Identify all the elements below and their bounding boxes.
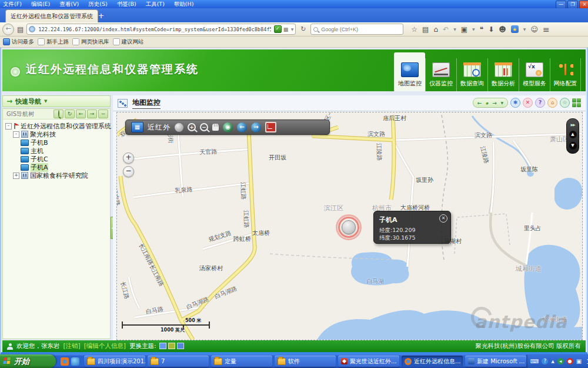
menubar-item-3[interactable]: 历史(S) [88, 1, 107, 8]
bookmark-folder-icon[interactable]: ▤ [17, 25, 24, 34]
back-button[interactable]: ← [2, 24, 14, 35]
bookmarks-menu-icon[interactable]: ▤ [422, 25, 429, 34]
new-tab-button[interactable]: + [96, 11, 106, 21]
undo-caret-icon[interactable]: ▼ [453, 25, 456, 34]
logout-link[interactable]: [注销] [64, 342, 81, 350]
system-icon[interactable]: ▦ [131, 122, 143, 132]
url-input[interactable] [37, 26, 272, 33]
tree-search-button[interactable] [54, 110, 64, 118]
start-button[interactable]: 开始 [0, 354, 56, 368]
network-tray-icon[interactable]: ▣ [576, 358, 582, 364]
taskbar-task-7[interactable]: 7 [148, 356, 209, 367]
tree-item-主机[interactable]: 主机 [4, 147, 109, 155]
url-bar[interactable]: ✓ ▩ ▼ [26, 24, 296, 35]
nav-button-数据查询[interactable]: 数据查询 [456, 58, 487, 91]
search-input[interactable] [320, 26, 400, 33]
page-tools-icon[interactable]: ▩ [283, 26, 289, 32]
antivirus-tray-icon[interactable]: ● [567, 358, 573, 364]
close-button[interactable]: × [579, 1, 588, 9]
menubar-item-6[interactable]: 帮助(H) [174, 1, 194, 8]
close-panel-icon[interactable]: ✕ [523, 98, 533, 108]
bookmark-item-3[interactable]: 建议网站 [113, 38, 144, 46]
media-tray-icon[interactable]: ◂ [557, 358, 564, 364]
person-icon[interactable]: ☻ [499, 25, 506, 34]
minimize-button[interactable]: — [556, 1, 566, 9]
quick-launch-firefox-icon[interactable] [61, 357, 69, 366]
taskbar-task-聚光世达近红外...[interactable]: 聚光世达近红外... [338, 356, 399, 367]
history-nav-pill[interactable]: ←●→▼ [473, 98, 508, 108]
pager-expand-icon[interactable]: ▶▶ [570, 122, 574, 127]
browser-tab[interactable]: 近红外远程信息和仪器管理系统 [5, 9, 98, 23]
app-star-icon[interactable]: ★ [511, 25, 519, 33]
bookmark-item-0[interactable]: 访问最多 [3, 38, 34, 46]
menubar-item-2[interactable]: 查看(V) [59, 1, 79, 8]
taskbar-task-新建 Microsoft ...[interactable]: 新建 Microsoft ... [465, 356, 526, 367]
home-icon[interactable]: ⌂ [433, 25, 438, 34]
zoom-in-tool-icon[interactable]: + [188, 123, 196, 131]
layers-tool-icon[interactable] [265, 122, 276, 132]
tree-back-button[interactable]: ← [76, 110, 86, 118]
url-dropdown-caret[interactable]: ▼ [291, 27, 294, 31]
tree-expander-icon[interactable]: - [5, 123, 12, 130]
reload-button[interactable]: ↻ [299, 25, 308, 34]
nav-button-地图监控[interactable]: 地图监控 [394, 52, 425, 91]
map-zoom-out-button[interactable]: − [123, 166, 134, 177]
edit-profile-link[interactable]: [编辑个人信息] [84, 342, 126, 350]
nav-button-仪器监控[interactable]: 仪器监控 [425, 58, 456, 91]
tree-item-聚光科技[interactable]: -聚光科技 [4, 130, 109, 138]
tree-item-子机A[interactable]: 子机A [4, 163, 109, 171]
pager-up-button[interactable]: ▲ [569, 131, 577, 138]
hide-icons-chevron[interactable]: ▲ [551, 359, 554, 364]
theme-chip-2[interactable] [177, 343, 184, 349]
favorite-panel-icon[interactable]: ☆ [560, 98, 570, 108]
quick-nav-bar[interactable]: → 快速导航 ▼ [2, 95, 111, 107]
nav-button-网络配置[interactable]: 网络配置 [550, 58, 581, 91]
tree-item-子机C[interactable]: 子机C [4, 155, 109, 163]
globe-search-icon[interactable]: ◉ [223, 122, 233, 132]
bookmark-item-1[interactable]: 新手上路 [38, 38, 69, 46]
crop-caret-icon[interactable]: ▼ [472, 25, 475, 34]
menubar-item-5[interactable]: 工具(T) [146, 1, 165, 8]
globe-forward-icon[interactable]: → [251, 122, 261, 132]
undo-icon[interactable]: ↶ [443, 25, 449, 34]
sphere-tool-icon[interactable] [175, 123, 183, 132]
download-icon[interactable]: ⬇ [488, 25, 494, 34]
device-marker[interactable] [336, 214, 362, 240]
map-panel-title[interactable]: 地图监控 [132, 98, 161, 109]
help-icon[interactable]: ? [535, 98, 545, 108]
crop-tool-icon[interactable]: ▣ [461, 25, 467, 34]
star-bookmark-icon[interactable]: ☆ [411, 25, 417, 34]
popup-close-icon[interactable]: ✕ [439, 214, 447, 223]
fullscreen-expand-icon[interactable] [572, 98, 581, 107]
bookmark-item-2[interactable]: 网页快讯库 [72, 38, 109, 46]
tree-collapse-button[interactable]: − [98, 110, 108, 118]
zoom-out-tool-icon[interactable]: − [200, 123, 208, 131]
home-panel-icon[interactable]: ⌂ [547, 98, 557, 108]
tree-expander-icon[interactable]: + [13, 173, 19, 179]
nav-button-数据分析[interactable]: 数据分析 [487, 58, 519, 91]
taskbar-task-近红外远程信息...[interactable]: 近红外远程信息... [402, 356, 463, 367]
quick-launch-ie-icon[interactable] [71, 357, 79, 366]
feedback-smiley-icon[interactable]: ☺ [530, 25, 538, 34]
chat-bubble-icon[interactable]: ❝ [480, 25, 483, 34]
taskbar-task-软件[interactable]: 软件 [275, 356, 336, 367]
help-tray-icon[interactable]: ? [542, 358, 548, 364]
menubar-item-4[interactable]: 书签(B) [117, 1, 136, 8]
tree-item-国家粮食科学研究院[interactable]: +国家粮食科学研究院 [4, 171, 109, 180]
security-shield-icon[interactable]: ✓ [274, 25, 282, 33]
hamburger-menu-icon[interactable]: ≡ [543, 25, 550, 34]
taskbar-task-定量[interactable]: 定量 [211, 356, 272, 367]
theme-chip-1[interactable] [168, 343, 175, 349]
taskbar-task-四川项目演示201...[interactable]: 四川项目演示201... [84, 356, 145, 367]
pan-hand-icon[interactable] [212, 124, 219, 131]
theme-chip-0[interactable] [159, 343, 166, 349]
nav-button-模型服务[interactable]: 模型服务 [519, 58, 550, 91]
star-caret-icon[interactable]: ▼ [523, 25, 526, 34]
pager-down-button[interactable]: ▼ [569, 142, 577, 150]
tree-item-近红外远程信息和仪器管理系统[interactable]: -近红外远程信息和仪器管理系统 [4, 122, 109, 130]
tree-expander-icon[interactable]: - [13, 131, 19, 138]
menubar-item-1[interactable]: 编辑(E) [31, 1, 50, 8]
search-box[interactable] [310, 24, 403, 35]
restore-button[interactable]: ❐ [567, 1, 578, 9]
tree-forward-button[interactable]: → [87, 110, 97, 118]
